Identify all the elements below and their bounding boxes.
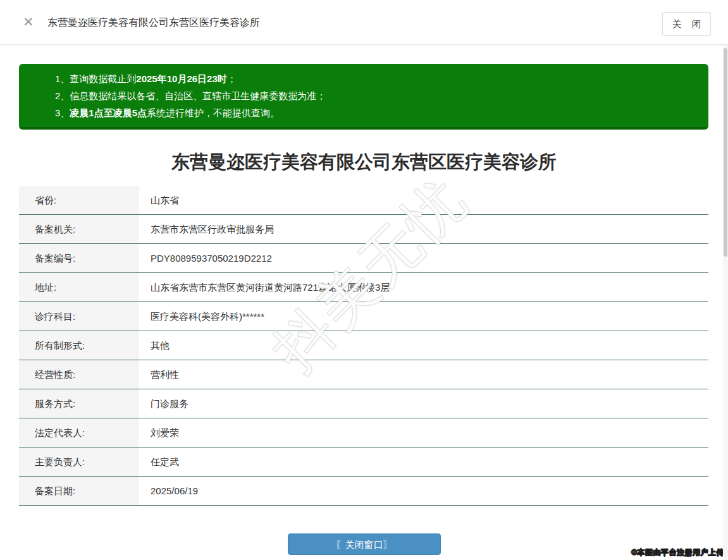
scrollbar[interactable]: [723, 46, 728, 560]
field-value: 营利性: [139, 360, 708, 389]
notice-text: 2025年10月26日23时: [136, 73, 226, 84]
field-value: 任定武: [139, 447, 708, 476]
close-window-button[interactable]: 〖关闭窗口〗: [288, 533, 441, 555]
field-value: 门诊服务: [139, 389, 708, 418]
scrollbar-thumb[interactable]: [724, 48, 727, 257]
notice-text: ；: [227, 73, 237, 84]
field-label: 所有制形式:: [19, 331, 139, 360]
footer-actions: 〖关闭窗口〗: [0, 533, 728, 555]
field-label: 备案日期:: [19, 477, 139, 505]
table-row: 地址:山东省东营市东营区黄河街道黄河路721森诺大厦附楼3层: [19, 273, 708, 302]
field-label: 服务方式:: [19, 389, 139, 418]
notice-line-number: 3、: [55, 107, 70, 118]
field-value: 山东省: [139, 186, 708, 214]
close-button[interactable]: 关 闭: [662, 12, 711, 36]
table-row: 省份:山东省: [19, 186, 708, 215]
table-row: 经营性质:营利性: [19, 360, 708, 389]
field-label: 主要负责人:: [19, 447, 139, 476]
field-label: 地址:: [19, 273, 139, 301]
table-row: 诊疗科目:医疗美容科(美容外科)******: [19, 302, 708, 331]
page-title: 东营曼迩医疗美容有限公司东营区医疗美容诊所: [0, 149, 728, 174]
page-content: 1、查询数据截止到2025年10月26日23时；2、信息数据结果以各省、自治区、…: [0, 46, 728, 560]
notice-line: 1、查询数据截止到2025年10月26日23时；: [55, 70, 696, 87]
notice-line-number: 2、: [55, 90, 70, 101]
notice-text: 信息数据结果以各省、自治区、直辖市卫生健康委数据为准；: [70, 90, 326, 101]
field-label: 诊疗科目:: [19, 302, 139, 331]
table-row: 服务方式:门诊服务: [19, 389, 708, 418]
field-value: 东营市东营区行政审批服务局: [139, 215, 708, 243]
notice-text: 查询数据截止到: [70, 73, 136, 84]
notice-text: 凌晨1点至凌晨5点: [70, 107, 147, 118]
copyright-note: ©本图由平台注册用户上传: [631, 547, 724, 558]
notice-line: 3、凌晨1点至凌晨5点系统进行维护，不能提供查询。: [55, 104, 696, 121]
close-icon[interactable]: ✕: [23, 15, 34, 30]
window-title: 东营曼迩医疗美容有限公司东营区医疗美容诊所: [47, 0, 260, 45]
field-label: 法定代表人:: [19, 418, 139, 447]
table-row: 所有制形式:其他: [19, 331, 708, 360]
field-label: 省份:: [19, 186, 139, 214]
notice-banner: 1、查询数据截止到2025年10月26日23时；2、信息数据结果以各省、自治区、…: [19, 64, 708, 130]
field-value: 山东省东营市东营区黄河街道黄河路721森诺大厦附楼3层: [139, 273, 708, 301]
notice-line-number: 1、: [55, 73, 70, 84]
window-titlebar: ✕ 东营曼迩医疗美容有限公司东营区医疗美容诊所 关 闭: [0, 0, 728, 45]
notice-line: 2、信息数据结果以各省、自治区、直辖市卫生健康委数据为准；: [55, 87, 696, 104]
table-row: 备案编号:PDY80895937050219D2212: [19, 244, 708, 273]
field-label: 经营性质:: [19, 360, 139, 389]
table-row: 备案机关:东营市东营区行政审批服务局: [19, 215, 708, 244]
field-value: PDY80895937050219D2212: [139, 244, 708, 272]
notice-text: 系统进行维护，不能提供查询。: [147, 107, 280, 118]
table-row: 主要负责人:任定武: [19, 447, 708, 477]
field-label: 备案机关:: [19, 215, 139, 243]
field-value: 医疗美容科(美容外科)******: [139, 302, 708, 331]
field-value: 刘爱荣: [139, 418, 708, 447]
table-row: 法定代表人:刘爱荣: [19, 418, 708, 447]
table-row: 备案日期:2025/06/19: [19, 477, 708, 506]
field-label: 备案编号:: [19, 244, 139, 272]
info-table: 省份:山东省备案机关:东营市东营区行政审批服务局备案编号:PDY80895937…: [19, 186, 708, 506]
field-value: 其他: [139, 331, 708, 360]
field-value: 2025/06/19: [139, 477, 708, 505]
